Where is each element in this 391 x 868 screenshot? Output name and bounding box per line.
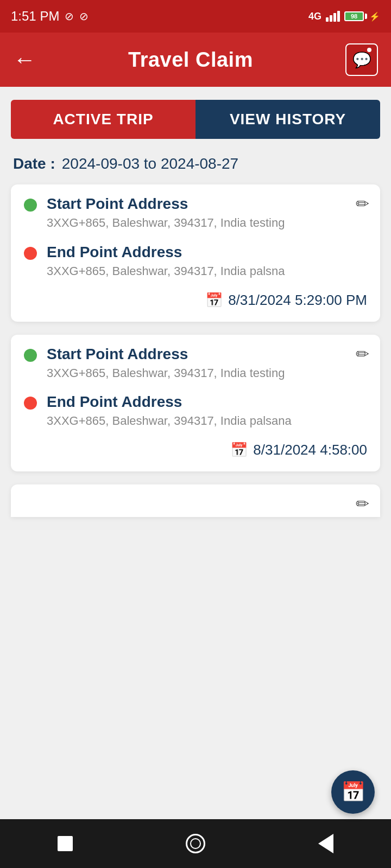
date-label: Date : — [13, 155, 55, 173]
page-title: Travel Claim — [128, 48, 253, 72]
end-address-2: 3XXG+865, Baleshwar, 394317, India palsa… — [47, 413, 292, 430]
nav-square-icon — [58, 836, 73, 851]
datetime-text-2: 8/31/2024 4:58:00 — [253, 442, 367, 458]
end-point-row-1: End Point Address 3XXG+865, Baleshwar, 3… — [24, 244, 367, 280]
date-value: 2024-09-03 to 2024-08-27 — [62, 155, 238, 173]
edit-button-2[interactable]: ✏ — [356, 344, 369, 363]
signal-icon — [326, 11, 340, 22]
chat-icon: 💬 — [352, 51, 371, 69]
start-title-2: Start Point Address — [47, 346, 285, 363]
status-right: 4G 98 ⚡ — [308, 11, 380, 22]
start-dot-2 — [24, 349, 37, 362]
start-title-1: Start Point Address — [47, 195, 285, 213]
datetime-row-2: 📅 8/31/2024 4:58:00 — [24, 442, 367, 458]
start-info-1: Start Point Address 3XXG+865, Baleshwar,… — [47, 195, 285, 232]
trip-card-2: ✏ Start Point Address 3XXG+865, Baleshwa… — [11, 335, 380, 472]
datetime-row-1: 📅 8/31/2024 5:29:00 PM — [24, 292, 367, 309]
main-content: ACTIVE TRIP VIEW HISTORY Date : 2024-09-… — [0, 87, 391, 530]
no-sim-icon-2: ⊘ — [79, 10, 89, 23]
bottom-nav — [0, 819, 391, 868]
calendar-icon-1: 📅 — [205, 292, 223, 309]
chat-button[interactable]: 💬 — [345, 43, 378, 76]
view-history-tab[interactable]: VIEW HISTORY — [195, 100, 380, 139]
start-address-1: 3XXG+865, Baleshwar, 394317, India testi… — [47, 215, 285, 232]
end-address-1: 3XXG+865, Baleshwar, 394317, India palsn… — [47, 263, 285, 280]
end-title-2: End Point Address — [47, 393, 292, 411]
date-row: Date : 2024-09-03 to 2024-08-27 — [11, 155, 380, 173]
end-info-2: End Point Address 3XXG+865, Baleshwar, 3… — [47, 393, 292, 430]
start-info-2: Start Point Address 3XXG+865, Baleshwar,… — [47, 346, 285, 382]
battery-icon: 98 ⚡ — [344, 11, 380, 22]
fab-button[interactable]: 📅 — [331, 770, 375, 814]
start-point-row-2: Start Point Address 3XXG+865, Baleshwar,… — [24, 346, 367, 382]
tab-row: ACTIVE TRIP VIEW HISTORY — [11, 100, 380, 139]
end-point-row-2: End Point Address 3XXG+865, Baleshwar, 3… — [24, 393, 367, 430]
edit-button-1[interactable]: ✏ — [356, 194, 369, 213]
fab-calendar-icon: 📅 — [341, 781, 365, 803]
start-address-2: 3XXG+865, Baleshwar, 394317, India testi… — [47, 365, 285, 382]
end-dot-2 — [24, 397, 37, 410]
time-display: 1:51 PM — [11, 9, 59, 24]
status-bar: 1:51 PM ⊘ ⊘ 4G 98 ⚡ — [0, 0, 391, 33]
chat-badge — [367, 48, 371, 52]
trip-card-1: ✏ Start Point Address 3XXG+865, Baleshwa… — [11, 184, 380, 322]
end-dot-1 — [24, 247, 37, 260]
status-left: 1:51 PM ⊘ ⊘ — [11, 9, 89, 24]
app-bar: ← Travel Claim 💬 — [0, 33, 391, 87]
network-label: 4G — [308, 11, 321, 22]
calendar-icon-2: 📅 — [230, 442, 248, 458]
back-button[interactable]: ← — [13, 47, 36, 73]
nav-back-icon — [318, 834, 333, 853]
trip-card-partial: ✏ — [11, 484, 380, 517]
nav-circle-icon — [186, 834, 205, 853]
no-sim-icon: ⊘ — [65, 10, 74, 23]
nav-home-button[interactable] — [49, 827, 81, 860]
active-trip-tab[interactable]: ACTIVE TRIP — [11, 100, 195, 139]
start-point-row-1: Start Point Address 3XXG+865, Baleshwar,… — [24, 195, 367, 232]
datetime-text-1: 8/31/2024 5:29:00 PM — [228, 292, 367, 309]
nav-back-button[interactable] — [310, 827, 342, 860]
end-info-1: End Point Address 3XXG+865, Baleshwar, 3… — [47, 244, 285, 280]
start-dot-1 — [24, 199, 37, 212]
end-title-1: End Point Address — [47, 244, 285, 261]
nav-recents-button[interactable] — [179, 827, 212, 860]
edit-button-partial[interactable]: ✏ — [356, 494, 369, 513]
